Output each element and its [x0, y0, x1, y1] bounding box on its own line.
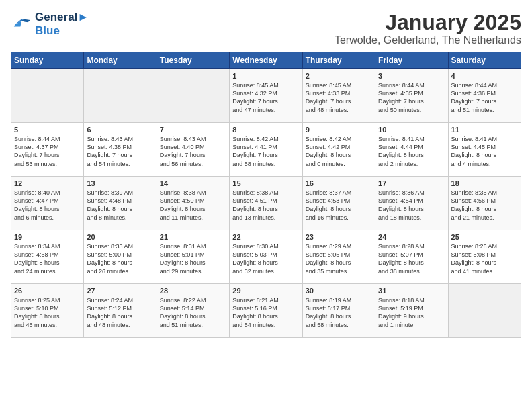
- weekday-header-row: SundayMondayTuesdayWednesdayThursdayFrid…: [11, 52, 521, 69]
- cell-content: Sunrise: 8:18 AM Sunset: 5:19 PM Dayligh…: [378, 296, 445, 329]
- cell-content: Sunrise: 8:43 AM Sunset: 4:40 PM Dayligh…: [160, 135, 226, 168]
- cell-content: Sunrise: 8:41 AM Sunset: 4:44 PM Dayligh…: [378, 135, 445, 168]
- day-number: 31: [378, 287, 445, 295]
- weekday-header-monday: Monday: [84, 52, 157, 69]
- day-number: 26: [14, 287, 81, 295]
- day-number: 13: [87, 179, 153, 187]
- title-block: January 2025 Terwolde, Gelderland, The N…: [335, 11, 521, 46]
- day-number: 1: [232, 72, 299, 80]
- cell-content: Sunrise: 8:42 AM Sunset: 4:41 PM Dayligh…: [232, 135, 299, 168]
- day-number: 24: [378, 233, 445, 241]
- week-row-5: 26Sunrise: 8:25 AM Sunset: 5:10 PM Dayli…: [11, 284, 521, 338]
- day-number: 11: [451, 126, 518, 134]
- calendar-cell: 31Sunrise: 8:18 AM Sunset: 5:19 PM Dayli…: [375, 284, 448, 338]
- location-title: Terwolde, Gelderland, The Netherlands: [335, 34, 521, 46]
- cell-content: Sunrise: 8:43 AM Sunset: 4:38 PM Dayligh…: [87, 135, 153, 168]
- calendar-cell: 6Sunrise: 8:43 AM Sunset: 4:38 PM Daylig…: [84, 123, 157, 177]
- cell-content: Sunrise: 8:33 AM Sunset: 5:00 PM Dayligh…: [87, 242, 153, 275]
- day-number: 30: [306, 287, 372, 295]
- cell-content: Sunrise: 8:35 AM Sunset: 4:56 PM Dayligh…: [451, 189, 518, 222]
- day-number: 29: [232, 287, 299, 295]
- day-number: 25: [451, 233, 518, 241]
- calendar-cell: 16Sunrise: 8:37 AM Sunset: 4:53 PM Dayli…: [302, 177, 375, 230]
- calendar-cell: 20Sunrise: 8:33 AM Sunset: 5:00 PM Dayli…: [84, 230, 157, 284]
- calendar-cell: 27Sunrise: 8:24 AM Sunset: 5:12 PM Dayli…: [84, 284, 157, 338]
- cell-content: Sunrise: 8:22 AM Sunset: 5:14 PM Dayligh…: [160, 296, 226, 329]
- calendar-cell: 26Sunrise: 8:25 AM Sunset: 5:10 PM Dayli…: [11, 284, 84, 338]
- calendar-cell: 23Sunrise: 8:29 AM Sunset: 5:05 PM Dayli…: [302, 230, 375, 284]
- calendar-cell: 21Sunrise: 8:31 AM Sunset: 5:01 PM Dayli…: [157, 230, 229, 284]
- cell-content: Sunrise: 8:38 AM Sunset: 4:51 PM Dayligh…: [232, 189, 299, 222]
- calendar-cell: 17Sunrise: 8:36 AM Sunset: 4:54 PM Dayli…: [375, 177, 448, 230]
- calendar-cell: 28Sunrise: 8:22 AM Sunset: 5:14 PM Dayli…: [157, 284, 229, 338]
- day-number: 6: [87, 126, 153, 134]
- week-row-3: 12Sunrise: 8:40 AM Sunset: 4:47 PM Dayli…: [11, 177, 521, 230]
- calendar-cell: 25Sunrise: 8:26 AM Sunset: 5:08 PM Dayli…: [448, 230, 521, 284]
- calendar-cell: 3Sunrise: 8:44 AM Sunset: 4:35 PM Daylig…: [375, 69, 448, 123]
- day-number: 23: [306, 233, 372, 241]
- day-number: 8: [232, 126, 299, 134]
- week-row-1: 1Sunrise: 8:45 AM Sunset: 4:32 PM Daylig…: [11, 69, 521, 123]
- cell-content: Sunrise: 8:44 AM Sunset: 4:36 PM Dayligh…: [451, 81, 518, 114]
- calendar-cell: 22Sunrise: 8:30 AM Sunset: 5:03 PM Dayli…: [230, 230, 302, 284]
- cell-content: Sunrise: 8:28 AM Sunset: 5:07 PM Dayligh…: [378, 242, 445, 275]
- weekday-header-wednesday: Wednesday: [230, 52, 302, 69]
- cell-content: Sunrise: 8:45 AM Sunset: 4:33 PM Dayligh…: [306, 81, 372, 114]
- calendar-cell: 9Sunrise: 8:42 AM Sunset: 4:42 PM Daylig…: [302, 123, 375, 177]
- day-number: 19: [14, 233, 81, 241]
- calendar-cell: 13Sunrise: 8:39 AM Sunset: 4:48 PM Dayli…: [84, 177, 157, 230]
- week-row-4: 19Sunrise: 8:34 AM Sunset: 4:58 PM Dayli…: [11, 230, 521, 284]
- page-container: General► Blue January 2025 Terwolde, Gel…: [0, 0, 532, 343]
- day-number: 21: [160, 233, 226, 241]
- calendar-cell: [11, 69, 84, 123]
- cell-content: Sunrise: 8:29 AM Sunset: 5:05 PM Dayligh…: [306, 242, 372, 275]
- day-number: 7: [160, 126, 226, 134]
- calendar-cell: [84, 69, 157, 123]
- cell-content: Sunrise: 8:42 AM Sunset: 4:42 PM Dayligh…: [306, 135, 372, 168]
- calendar-cell: 18Sunrise: 8:35 AM Sunset: 4:56 PM Dayli…: [448, 177, 521, 230]
- cell-content: Sunrise: 8:38 AM Sunset: 4:50 PM Dayligh…: [160, 189, 226, 222]
- day-number: 16: [306, 179, 372, 187]
- cell-content: Sunrise: 8:19 AM Sunset: 5:17 PM Dayligh…: [306, 296, 372, 329]
- cell-content: Sunrise: 8:39 AM Sunset: 4:48 PM Dayligh…: [87, 189, 153, 222]
- cell-content: Sunrise: 8:24 AM Sunset: 5:12 PM Dayligh…: [87, 296, 153, 329]
- calendar-cell: 2Sunrise: 8:45 AM Sunset: 4:33 PM Daylig…: [302, 69, 375, 123]
- calendar-cell: 29Sunrise: 8:21 AM Sunset: 5:16 PM Dayli…: [230, 284, 302, 338]
- day-number: 10: [378, 126, 445, 134]
- calendar-cell: 8Sunrise: 8:42 AM Sunset: 4:41 PM Daylig…: [230, 123, 302, 177]
- month-title: January 2025: [335, 11, 521, 34]
- day-number: 5: [14, 126, 81, 134]
- day-number: 28: [160, 287, 226, 295]
- cell-content: Sunrise: 8:25 AM Sunset: 5:10 PM Dayligh…: [14, 296, 81, 329]
- day-number: 2: [306, 72, 372, 80]
- day-number: 3: [378, 72, 445, 80]
- cell-content: Sunrise: 8:40 AM Sunset: 4:47 PM Dayligh…: [14, 189, 81, 222]
- calendar-cell: 10Sunrise: 8:41 AM Sunset: 4:44 PM Dayli…: [375, 123, 448, 177]
- calendar-cell: 12Sunrise: 8:40 AM Sunset: 4:47 PM Dayli…: [11, 177, 84, 230]
- cell-content: Sunrise: 8:34 AM Sunset: 4:58 PM Dayligh…: [14, 242, 81, 275]
- day-number: 4: [451, 72, 518, 80]
- cell-content: Sunrise: 8:44 AM Sunset: 4:35 PM Dayligh…: [378, 81, 445, 114]
- weekday-header-friday: Friday: [375, 52, 448, 69]
- logo: General► Blue: [11, 11, 89, 37]
- cell-content: Sunrise: 8:31 AM Sunset: 5:01 PM Dayligh…: [160, 242, 226, 275]
- day-number: 18: [451, 179, 518, 187]
- svg-marker-1: [21, 19, 30, 22]
- week-row-2: 5Sunrise: 8:44 AM Sunset: 4:37 PM Daylig…: [11, 123, 521, 177]
- calendar-cell: 7Sunrise: 8:43 AM Sunset: 4:40 PM Daylig…: [157, 123, 229, 177]
- calendar-cell: 1Sunrise: 8:45 AM Sunset: 4:32 PM Daylig…: [230, 69, 302, 123]
- weekday-header-sunday: Sunday: [11, 52, 84, 69]
- day-number: 15: [232, 179, 299, 187]
- cell-content: Sunrise: 8:41 AM Sunset: 4:45 PM Dayligh…: [451, 135, 518, 168]
- calendar-cell: 19Sunrise: 8:34 AM Sunset: 4:58 PM Dayli…: [11, 230, 84, 284]
- cell-content: Sunrise: 8:45 AM Sunset: 4:32 PM Dayligh…: [232, 81, 299, 114]
- logo-text: General► Blue: [35, 11, 89, 37]
- cell-content: Sunrise: 8:44 AM Sunset: 4:37 PM Dayligh…: [14, 135, 81, 168]
- day-number: 17: [378, 179, 445, 187]
- calendar-cell: 4Sunrise: 8:44 AM Sunset: 4:36 PM Daylig…: [448, 69, 521, 123]
- cell-content: Sunrise: 8:30 AM Sunset: 5:03 PM Dayligh…: [232, 242, 299, 275]
- weekday-header-tuesday: Tuesday: [157, 52, 229, 69]
- day-number: 14: [160, 179, 226, 187]
- calendar-cell: [448, 284, 521, 338]
- cell-content: Sunrise: 8:36 AM Sunset: 4:54 PM Dayligh…: [378, 189, 445, 222]
